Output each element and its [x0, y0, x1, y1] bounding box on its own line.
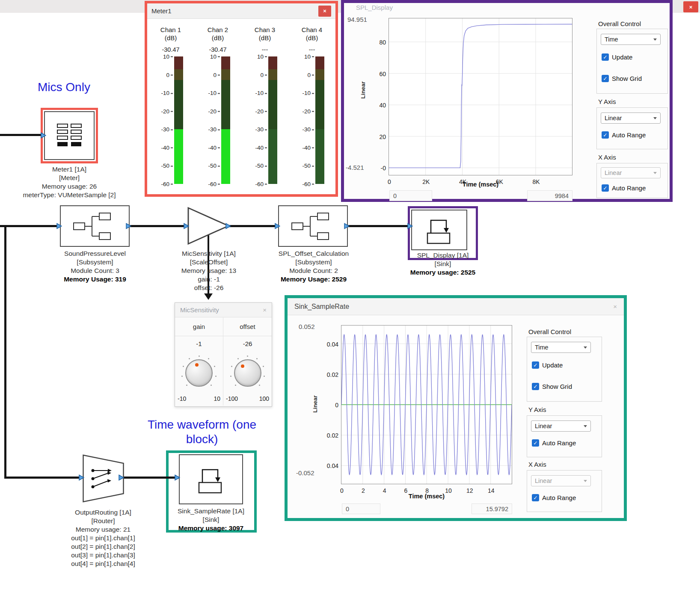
- spl-display-block[interactable]: [411, 210, 467, 250]
- y-tick-label: 0.04: [327, 341, 338, 348]
- gain-param-value: -1: [175, 336, 223, 351]
- checkbox-label: Update: [542, 361, 563, 369]
- block-label-line: gain: -1: [164, 275, 254, 284]
- y-scale-dropdown[interactable]: Linear: [601, 113, 661, 124]
- meter-bar: [174, 56, 183, 184]
- input-port-icon: [184, 223, 189, 229]
- channel-meter: 100-10-20-30-40-50-60: [205, 56, 230, 184]
- meter-scale-tick: -60: [208, 181, 220, 187]
- offset-knob-cell: [223, 351, 272, 395]
- show-grid-checkbox[interactable]: ✓ Show Grid: [602, 75, 642, 82]
- knob-face[interactable]: [234, 359, 261, 387]
- spl-display-window-close-button[interactable]: ×: [683, 1, 698, 12]
- outputrouting-block-label: OutputRouting [1A] [Router] Memory usage…: [56, 508, 150, 568]
- time-dropdown[interactable]: Time: [601, 34, 661, 45]
- meter1-window: Meter1 × Chan 1 (dB) -30.47 100-10-20-30…: [145, 1, 338, 197]
- gain-knob-cell: [175, 351, 223, 395]
- y-min-readout: -0.052: [296, 469, 314, 477]
- micsensitivity-window-close-button[interactable]: ×: [263, 306, 267, 314]
- dropdown-value: Time: [605, 36, 618, 43]
- knob-tick-dot: [208, 358, 209, 359]
- y-auto-range-checkbox[interactable]: ✓ Auto Range: [602, 131, 646, 139]
- block-label-line: out[3] = pin[1].chan[3]: [56, 551, 150, 560]
- meter-scale-tick: -20: [255, 108, 267, 114]
- chevron-down-icon: [584, 346, 587, 349]
- channel-value: ---: [262, 46, 268, 53]
- sink-samplerate-block[interactable]: [179, 454, 243, 504]
- x-auto-range-checkbox[interactable]: ✓ Auto Range: [602, 184, 646, 192]
- knob-tick-dot: [237, 358, 239, 359]
- y-scale-dropdown[interactable]: Linear: [531, 420, 591, 432]
- knob-tick-dot: [263, 366, 264, 367]
- block-label-line: MicSensitivity [1A]: [164, 249, 254, 258]
- y-min-readout: -4.521: [346, 164, 364, 171]
- soundpressurelevel-block[interactable]: [60, 205, 130, 247]
- block-label-line: [Sink]: [162, 515, 260, 524]
- channel-name: Chan 3: [255, 26, 275, 34]
- y-axis-section-label: Y Axis: [528, 406, 546, 413]
- x-auto-range-checkbox[interactable]: ✓ Auto Range: [532, 494, 576, 501]
- mics-only-label: Mics Only: [38, 80, 90, 94]
- knob-tick-dot: [199, 355, 200, 357]
- plot-canvas: [341, 326, 512, 484]
- knob-max-label: 10: [214, 395, 220, 402]
- block-label-line: out[1] = pin[1].chan[1]: [56, 534, 150, 542]
- block-label-line: Memory usage: 26: [16, 182, 123, 191]
- sink-samplerate-window: Sink_SampleRate × 0.052 -0.052 Linear 02…: [285, 295, 627, 521]
- subsystem-icon: [71, 211, 119, 242]
- knob-tick-dot: [211, 385, 212, 386]
- meter-scale-tick: 10: [304, 53, 314, 60]
- gain-knob[interactable]: [180, 354, 218, 392]
- x-scale-dropdown[interactable]: Linear: [601, 167, 661, 178]
- meter-scale-tick: -10: [302, 90, 314, 96]
- meter-scale: 100-10-20-30-40-50-60: [205, 56, 221, 184]
- spl-offset-calculation-block[interactable]: [278, 205, 348, 247]
- x-axis-section-label: X Axis: [598, 154, 616, 161]
- show-grid-checkbox[interactable]: ✓ Show Grid: [532, 383, 572, 390]
- block-label-line: Memory usage: 13: [164, 266, 254, 275]
- y-max-readout: 0.052: [299, 323, 315, 330]
- block-label-line: out[4] = pin[1].chan[4]: [56, 560, 150, 568]
- meter1-block[interactable]: [44, 111, 95, 160]
- knob-tick-dot: [247, 355, 248, 357]
- block-label-line: Memory Usage: 319: [50, 275, 140, 284]
- block-label-line: Module Count: 2: [264, 266, 363, 275]
- micsensitivity-window: MicSensitivity × gain offset -1 -26 -10 …: [175, 302, 272, 407]
- micsensitivity-window-titlebar[interactable]: MicSensitivity ×: [175, 303, 272, 317]
- offset-knob[interactable]: [228, 354, 267, 392]
- checkbox-check-icon: ✓: [602, 75, 609, 82]
- y-auto-range-checkbox[interactable]: ✓ Auto Range: [532, 439, 576, 447]
- param-value-row: -1 -26: [175, 336, 272, 351]
- update-checkbox[interactable]: ✓ Update: [602, 53, 632, 61]
- meter-scale-tick: 0: [166, 71, 173, 78]
- sink-samplerate-window-titlebar[interactable]: Sink_SampleRate ×: [288, 298, 624, 315]
- y-tick-label: 0.02: [327, 432, 338, 439]
- channel-name: Chan 4: [302, 26, 322, 34]
- y-max-readout: 94.951: [347, 16, 367, 23]
- checkbox-label: Auto Range: [612, 131, 646, 139]
- meter-scale-tick: -20: [208, 108, 220, 114]
- meter1-window-close-button[interactable]: ×: [318, 6, 331, 17]
- meter1-window-titlebar[interactable]: Meter1 ×: [147, 3, 335, 19]
- block-label-line: offset: -26: [164, 284, 254, 292]
- y-tick-label: -0: [381, 165, 386, 172]
- offset-param-value: -26: [223, 336, 272, 351]
- outputrouting-block[interactable]: [83, 454, 124, 503]
- sink-samplerate-window-close-button[interactable]: ×: [613, 303, 617, 310]
- channel-value: -30.47: [162, 46, 179, 53]
- x-axis-title: Time (msec): [341, 493, 512, 500]
- update-checkbox[interactable]: ✓ Update: [532, 361, 563, 369]
- knob-face[interactable]: [185, 359, 213, 387]
- block-label-line: SPL_Offset_Calculation: [264, 249, 363, 258]
- x-scale-dropdown[interactable]: Linear: [531, 475, 591, 486]
- time-dropdown[interactable]: Time: [531, 342, 591, 353]
- y-axis-title: Linear: [360, 77, 366, 103]
- channel-unit: (dB): [259, 34, 271, 42]
- subsystem-icon: [289, 211, 337, 242]
- knob-indicator-dot: [241, 364, 244, 368]
- micsensitivity-block[interactable]: [187, 207, 230, 245]
- wire-spl-to-micsensitivity: [130, 225, 188, 227]
- sink-icon: [190, 462, 231, 497]
- meter1-block-label: Meter1 [1A] [Meter] Memory usage: 26 met…: [16, 165, 123, 199]
- channel-value: -30.47: [209, 46, 226, 53]
